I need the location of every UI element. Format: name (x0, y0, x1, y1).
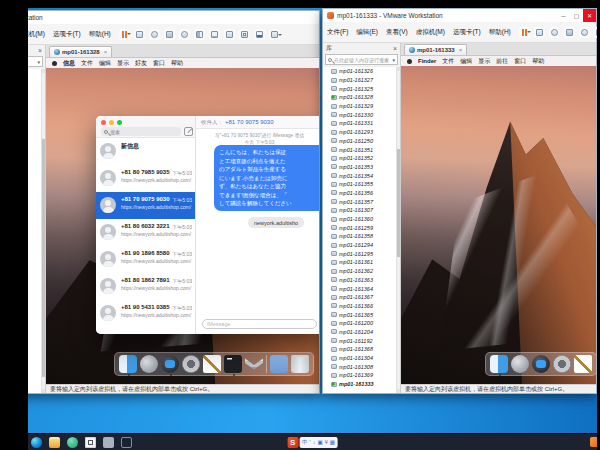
compose-message-icon[interactable] (184, 127, 193, 136)
vm-list-item[interactable]: mp01-161293 (323, 128, 400, 137)
sogou-ime-icon[interactable]: S (287, 437, 298, 448)
documents-folder-dock-icon[interactable] (270, 355, 288, 373)
macos-menu-item[interactable]: 窗口 (514, 57, 526, 66)
macos-menu-item[interactable]: 帮助 (532, 57, 544, 66)
apple-logo-icon[interactable] (52, 61, 57, 66)
library-close-icon[interactable]: × (393, 45, 397, 52)
vm-list-item[interactable]: mp01-161259 (323, 223, 400, 232)
vm-list-item[interactable]: mp01-161333 (323, 380, 400, 389)
recipient-address[interactable]: +81 70 9075 9030 (225, 119, 274, 125)
tab-close-icon[interactable]: × (104, 49, 108, 55)
macos-menu-item[interactable]: 窗口 (153, 59, 165, 68)
vm-tab[interactable]: mp01-161333 × (404, 44, 467, 55)
vm-list-item[interactable]: mp01-161308 (323, 362, 400, 371)
vm-list-item[interactable]: mp01-161366 (323, 302, 400, 311)
vm-list-item[interactable]: mp01-161354 (323, 171, 400, 180)
vmware-menu-item[interactable]: 编辑(E) (356, 28, 378, 37)
taskbar-app-green-icon[interactable] (67, 437, 78, 448)
vm-list-item[interactable]: mp01-161353 (323, 163, 400, 172)
conversation-row[interactable]: +81 80 7985 9035 下午5:03 https://newyork.… (96, 165, 195, 192)
window-titlebar[interactable]: mp01-161333 - VMware Workstation ─ ▢ ✕ (323, 9, 596, 22)
search-dropdown-caret-icon[interactable]: ▾ (37, 59, 40, 65)
pause-vm-button[interactable] (519, 27, 530, 38)
conversation-row[interactable]: +81 80 6032 3221 下午5:03 https://newyork.… (96, 219, 195, 246)
vm-list-item[interactable]: mp01-161326 (323, 67, 400, 76)
ime-status-icon[interactable]: ' (310, 439, 311, 445)
minimize-window-icon[interactable]: ─ (557, 9, 570, 22)
library-toggle-button[interactable] (594, 27, 597, 38)
close-window-icon[interactable]: ✕ (583, 9, 596, 22)
vm-list-item[interactable]: mp01-161327 (323, 76, 400, 85)
take-snapshot-button[interactable] (164, 29, 175, 40)
vm-list-item[interactable]: mp01-161357 (323, 197, 400, 206)
manage-snapshots-button[interactable] (579, 27, 590, 38)
send-ctrl-alt-del-button[interactable] (134, 29, 145, 40)
macos-menu-item[interactable]: 文件 (81, 59, 93, 68)
macos-menu-item[interactable]: 显示 (478, 57, 490, 66)
manage-snapshots-button[interactable] (179, 29, 190, 40)
vm-list-item[interactable]: mp01-161361 (323, 258, 400, 267)
vm-list-item[interactable]: mp01-161328 (323, 93, 400, 102)
vm-screen-left[interactable]: 信息 文件编辑显示好友窗口帮助 (46, 58, 319, 384)
search-dropdown-caret-icon[interactable]: ▾ (392, 57, 395, 63)
vm-list-item[interactable]: mp01-161295 (323, 249, 400, 258)
vm-list-item[interactable]: mp01-161294 (323, 241, 400, 250)
macos-menu-item[interactable]: 前往 (496, 57, 508, 66)
vmware-menu-item[interactable]: 帮助(H) (489, 28, 511, 37)
ime-status-icon[interactable]: ▣ (317, 439, 322, 445)
vm-list-item[interactable]: mp01-161363 (323, 276, 400, 285)
vm-list-item[interactable]: mp01-161351 (323, 145, 400, 154)
vmware-menu-item[interactable]: 选项卡(T) (53, 30, 81, 39)
vm-tab[interactable]: mp01-161328 × (49, 46, 112, 57)
textedit-dock-icon[interactable] (203, 355, 221, 373)
message-input[interactable]: iMessage (202, 319, 317, 329)
fullscreen-button[interactable] (224, 29, 235, 40)
vmware-menu-item[interactable]: 选项卡(T) (453, 28, 481, 37)
messages-dock-icon[interactable] (532, 355, 550, 373)
library-search-input[interactable]: ▾ (28, 56, 43, 67)
taskbar-file-explorer-icon[interactable] (49, 437, 60, 448)
vm-list-item[interactable]: mp01-161200 (323, 319, 400, 328)
taskbar-app-white-icon[interactable] (85, 437, 96, 448)
vm-list-item[interactable]: mp01-161331 (323, 119, 400, 128)
downloads-stack-icon[interactable] (245, 355, 263, 373)
send-ctrl-alt-del-button[interactable] (534, 27, 545, 38)
vm-list-item[interactable]: mp01-161355 (323, 180, 400, 189)
conversation-row[interactable]: +81 90 5431 0385 下午5:03 https://newyork.… (96, 300, 195, 327)
pause-vm-button[interactable] (119, 29, 130, 40)
library-scrollbar[interactable] (396, 67, 400, 393)
scroll-down-icon[interactable] (42, 389, 45, 393)
conversation-row[interactable]: 新信息 (96, 138, 195, 165)
system-preferences-dock-icon[interactable] (182, 355, 200, 373)
vmware-menu-item[interactable]: 查看(V) (386, 28, 408, 37)
macos-menu-item[interactable]: 编辑 (99, 59, 111, 68)
scroll-down-icon[interactable] (397, 389, 400, 393)
vm-list-item[interactable]: mp01-161304 (323, 354, 400, 363)
maximize-window-icon[interactable]: ▢ (570, 9, 583, 22)
console-view-button[interactable] (254, 29, 265, 40)
messages-search-input[interactable]: 搜索 (101, 127, 181, 136)
revert-snapshot-button[interactable] (549, 27, 560, 38)
vm-list-item[interactable]: mp01-161307 (323, 206, 400, 215)
vmware-menu-item[interactable]: 文件(F) (327, 28, 348, 37)
vm-list-item[interactable]: mp01-161369 (323, 371, 400, 380)
library-scrollbar[interactable] (41, 69, 45, 393)
library-close-icon[interactable]: × (38, 47, 42, 54)
conversation-row[interactable]: +81 70 9075 9030 下午5:03 https://newyork.… (96, 192, 195, 219)
taskbar-edge-icon[interactable] (31, 437, 42, 448)
vm-list-item[interactable]: mp01-161367 (323, 293, 400, 302)
tray-notification-icon[interactable] (590, 437, 597, 447)
vm-list-item[interactable]: mp01-161250 (323, 137, 400, 146)
system-preferences-dock-icon[interactable] (553, 355, 571, 373)
minimize-traffic-light[interactable] (109, 120, 114, 125)
vm-list-item[interactable]: mp01-161364 (323, 284, 400, 293)
macos-menu-item[interactable]: 帮助 (171, 59, 183, 68)
macos-menu-item[interactable]: 编辑 (460, 57, 472, 66)
vm-list-item[interactable]: mp01-161360 (323, 215, 400, 224)
vm-list-item[interactable]: mp01-161330 (323, 110, 400, 119)
macos-menu-item[interactable]: 好友 (135, 59, 147, 68)
finder-dock-icon[interactable] (119, 355, 137, 373)
macos-menu-item[interactable]: 显示 (117, 59, 129, 68)
taskbar-app-gray-icon[interactable] (103, 437, 114, 448)
take-snapshot-button[interactable] (564, 27, 575, 38)
